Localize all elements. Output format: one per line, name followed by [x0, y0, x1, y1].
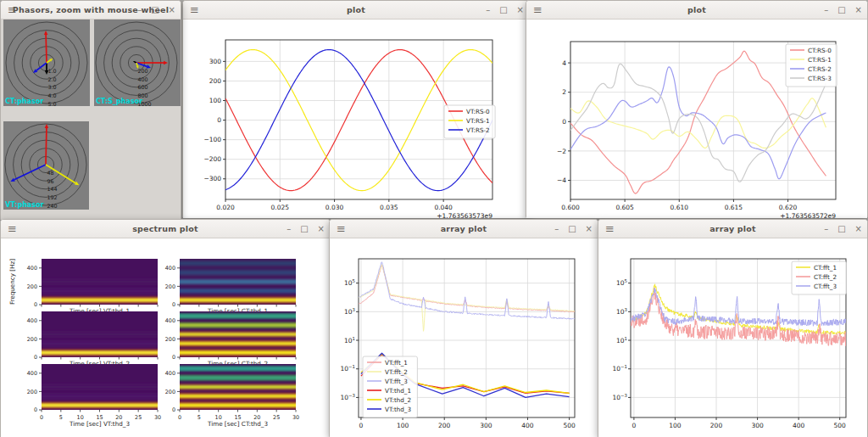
- svg-text:0: 0: [359, 422, 364, 429]
- svg-text:400: 400: [165, 265, 175, 272]
- window-title: plot: [183, 5, 529, 14]
- titlebar[interactable]: ≡ array plot – □ ×: [330, 220, 598, 238]
- svg-text:25: 25: [135, 414, 142, 421]
- phasor-canvas[interactable]: 1.02.03.04.05.0CT:phasor2004006008001000…: [1, 20, 181, 221]
- svg-text:400: 400: [27, 265, 37, 272]
- titlebar[interactable]: ≡ plot – □ ×: [183, 1, 529, 20]
- menu-icon[interactable]: ≡: [605, 221, 615, 237]
- svg-text:VT:fft_2: VT:fft_2: [385, 368, 408, 376]
- svg-text:0: 0: [178, 414, 181, 421]
- desktop: ≡ Phasors, zoom with mouse wheel – □ × 1…: [0, 0, 868, 437]
- svg-text:300: 300: [209, 58, 222, 65]
- window-phasors: ≡ Phasors, zoom with mouse wheel – □ × 1…: [0, 0, 181, 220]
- svg-text:400: 400: [793, 422, 805, 429]
- minimize-button[interactable]: –: [554, 220, 559, 238]
- svg-text:500: 500: [563, 422, 576, 429]
- svg-text:0: 0: [34, 354, 37, 361]
- menu-icon[interactable]: ≡: [8, 2, 17, 18]
- vt-voltage-plot-canvas[interactable]: 0.0200.0250.0300.0350.040−300−200−100010…: [183, 20, 529, 218]
- svg-text:192: 192: [47, 194, 58, 200]
- svg-text:0: 0: [562, 118, 566, 126]
- svg-text:200: 200: [27, 283, 37, 290]
- svg-text:0.020: 0.020: [216, 204, 235, 211]
- maximize-button[interactable]: □: [568, 220, 576, 238]
- svg-text:Time [sec] VT:thd_3: Time [sec] VT:thd_3: [69, 420, 130, 428]
- titlebar[interactable]: ≡ array plot – □ ×: [598, 220, 867, 238]
- close-button[interactable]: ×: [169, 1, 175, 19]
- svg-text:400: 400: [521, 422, 534, 429]
- menu-icon[interactable]: ≡: [190, 2, 199, 18]
- svg-text:400: 400: [165, 370, 175, 377]
- ct-current-plot-canvas[interactable]: 0.6000.6050.6100.6150.620−4−2024+1.76356…: [526, 20, 867, 218]
- titlebar[interactable]: ≡ Phasors, zoom with mouse wheel – □ ×: [1, 1, 181, 20]
- svg-text:0: 0: [40, 414, 43, 421]
- svg-text:200: 200: [165, 389, 175, 395]
- svg-text:400: 400: [27, 370, 37, 377]
- svg-text:200: 200: [165, 336, 175, 343]
- svg-text:25: 25: [273, 414, 280, 421]
- svg-text:VT:RS-0: VT:RS-0: [466, 108, 490, 115]
- svg-text:VT:thd_1: VT:thd_1: [385, 387, 411, 395]
- svg-text:5.0: 5.0: [48, 101, 57, 107]
- titlebar[interactable]: ≡ spectrum plot – □ ×: [1, 220, 330, 238]
- minimize-button[interactable]: –: [137, 1, 142, 19]
- svg-text:100: 100: [397, 422, 409, 429]
- svg-text:0.600: 0.600: [561, 204, 580, 211]
- minimize-button[interactable]: –: [486, 1, 490, 19]
- menu-icon[interactable]: ≡: [337, 221, 346, 237]
- ct-fft-plot-canvas[interactable]: 010020030040050010−310−1101103105CT:fft_…: [598, 238, 867, 437]
- minimize-button[interactable]: –: [287, 220, 291, 238]
- svg-text:CT:S_phasor: CT:S_phasor: [96, 98, 142, 105]
- svg-text:Time [sec] CT:thd_3: Time [sec] CT:thd_3: [207, 420, 268, 428]
- svg-text:CT:RS-1: CT:RS-1: [808, 56, 832, 64]
- svg-text:3.0: 3.0: [48, 84, 57, 90]
- svg-text:−2: −2: [557, 148, 566, 155]
- svg-text:200: 200: [209, 77, 222, 85]
- maximize-button[interactable]: □: [837, 220, 845, 238]
- svg-text:0.030: 0.030: [326, 204, 344, 211]
- svg-text:0: 0: [172, 301, 175, 308]
- svg-text:0.610: 0.610: [670, 204, 689, 211]
- svg-text:5: 5: [59, 414, 63, 421]
- svg-text:−300: −300: [203, 175, 221, 182]
- svg-text:+1.763563573e9: +1.763563573e9: [437, 212, 492, 218]
- close-button[interactable]: ×: [586, 220, 593, 238]
- svg-text:5: 5: [198, 414, 201, 421]
- svg-text:400: 400: [165, 317, 175, 324]
- svg-text:CT:phasor: CT:phasor: [5, 98, 43, 105]
- titlebar[interactable]: ≡ plot – □ ×: [526, 1, 867, 20]
- window-spectrum: ≡ spectrum plot – □ × 0200400Time [sec] …: [0, 219, 331, 437]
- spectrogram-grid-canvas[interactable]: 0200400Time [sec] VT:thd_1Frequency [Hz]…: [1, 238, 330, 437]
- maximize-button[interactable]: □: [837, 1, 845, 19]
- minimize-button[interactable]: –: [824, 1, 828, 19]
- svg-text:0.025: 0.025: [271, 204, 290, 211]
- svg-text:144: 144: [47, 186, 58, 192]
- svg-text:200: 200: [27, 336, 37, 343]
- svg-text:600: 600: [138, 84, 148, 90]
- svg-text:VT:phasor: VT:phasor: [5, 201, 43, 209]
- svg-text:CT:fft_1: CT:fft_1: [814, 264, 837, 272]
- close-button[interactable]: ×: [517, 1, 524, 19]
- menu-icon[interactable]: ≡: [533, 2, 542, 18]
- maximize-button[interactable]: □: [151, 1, 159, 19]
- close-button[interactable]: ×: [855, 220, 862, 238]
- menu-icon[interactable]: ≡: [8, 221, 17, 237]
- svg-text:0.605: 0.605: [615, 204, 634, 211]
- svg-text:30: 30: [292, 414, 299, 421]
- maximize-button[interactable]: □: [499, 1, 507, 19]
- close-button[interactable]: ×: [855, 1, 862, 19]
- minimize-button[interactable]: –: [824, 220, 828, 238]
- svg-text:0: 0: [632, 422, 636, 429]
- close-button[interactable]: ×: [318, 220, 325, 238]
- svg-text:400: 400: [27, 317, 37, 324]
- svg-text:0.040: 0.040: [434, 204, 453, 211]
- svg-text:300: 300: [751, 422, 764, 429]
- svg-text:1.0: 1.0: [48, 68, 57, 74]
- vt-fft-thd-plot-canvas[interactable]: 010020030040050010−310−1101103105VT:fft_…: [330, 238, 598, 437]
- svg-text:30: 30: [154, 414, 161, 421]
- svg-text:VT:thd_2: VT:thd_2: [385, 396, 411, 404]
- svg-text:200: 200: [27, 389, 37, 395]
- maximize-button[interactable]: □: [300, 220, 308, 238]
- svg-text:VT:fft_3: VT:fft_3: [385, 378, 408, 385]
- svg-text:240: 240: [47, 203, 58, 209]
